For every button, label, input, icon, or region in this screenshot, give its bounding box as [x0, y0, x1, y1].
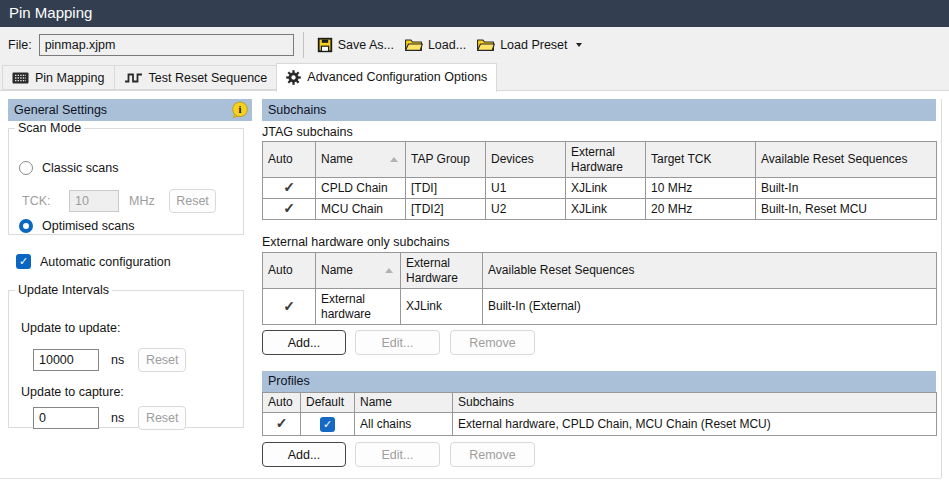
radio-icon — [19, 161, 33, 175]
column-header-name[interactable]: Name — [316, 253, 401, 289]
update-to-capture-reset-button[interactable]: Reset — [138, 406, 186, 430]
subchains-button-row: Add... Edit... Remove — [262, 330, 535, 355]
profiles-add-button[interactable]: Add... — [262, 442, 346, 467]
column-header-name[interactable]: Name — [355, 393, 453, 413]
classic-scans-label: Classic scans — [42, 161, 118, 175]
file-toolbar: File: Save As... Load... — [0, 27, 949, 62]
toolbar-separator — [303, 32, 304, 58]
check-icon — [283, 298, 295, 314]
tck-unit-label: MHz — [129, 194, 157, 208]
load-label: Load... — [428, 38, 466, 52]
panel-right-divider — [941, 99, 942, 478]
tab-pin-mapping[interactable]: Pin Mapping — [2, 65, 115, 90]
column-header-auto[interactable]: Auto — [263, 142, 316, 178]
scan-mode-group: Scan Mode Classic scans TCK: MHz Reset O… — [8, 121, 244, 235]
profiles-table: Auto Default Name Subchains All chains E… — [262, 392, 937, 436]
check-icon — [283, 200, 295, 216]
panel-bottom-divider — [0, 478, 941, 479]
update-to-update-row: ns Reset — [33, 348, 186, 372]
waveform-icon — [124, 72, 143, 84]
column-header-auto[interactable]: Auto — [263, 393, 301, 413]
load-preset-label: Load Preset — [500, 38, 567, 52]
tck-reset-button[interactable]: Reset — [169, 189, 216, 213]
folder-icon — [476, 38, 495, 52]
automatic-configuration-checkbox[interactable]: Automatic configuration — [16, 254, 171, 269]
column-header-default[interactable]: Default — [301, 393, 355, 413]
radio-selected-icon — [19, 219, 33, 233]
update-to-update-input[interactable] — [33, 349, 99, 371]
title-bar: Pin Mapping — [0, 0, 949, 27]
checkbox-checked-icon — [16, 254, 31, 269]
update-to-capture-input[interactable] — [33, 407, 99, 429]
tab-bar: Pin Mapping Test Reset Sequence — [0, 62, 949, 90]
column-header-auto[interactable]: Auto — [263, 253, 316, 289]
profiles-button-row: Add... Edit... Remove — [262, 442, 535, 467]
dropdown-caret-icon — [576, 43, 582, 47]
folder-icon — [404, 38, 423, 52]
load-button[interactable]: Load... — [399, 35, 471, 55]
update-to-capture-unit: ns — [111, 411, 124, 425]
update-to-update-unit: ns — [111, 353, 124, 367]
save-as-label: Save As... — [338, 38, 394, 52]
file-label: File: — [8, 38, 32, 52]
tab-advanced-configuration-options[interactable]: Advanced Configuration Options — [276, 63, 497, 92]
subchains-edit-button[interactable]: Edit... — [355, 330, 440, 355]
tab-label: Test Reset Sequence — [149, 71, 268, 85]
floppy-disk-icon — [317, 37, 333, 53]
update-intervals-legend: Update Intervals — [15, 283, 112, 297]
advanced-configuration-panel: General Settings i Scan Mode Classic sca… — [0, 90, 949, 482]
update-to-update-reset-button[interactable]: Reset — [138, 348, 186, 372]
update-to-capture-row: ns Reset — [33, 406, 186, 430]
jtag-subchains-table: Auto Name TAP Group Devices External Har… — [262, 141, 937, 220]
tck-label: TCK: — [22, 194, 69, 208]
table-row[interactable]: MCU Chain [TDI2] U2 XJLink 20 MHz Built-… — [263, 199, 937, 220]
column-header-tap-group[interactable]: TAP Group — [406, 142, 486, 178]
column-header-devices[interactable]: Devices — [486, 142, 566, 178]
file-input[interactable] — [39, 34, 294, 56]
gear-icon — [286, 70, 301, 85]
column-header-external-hardware[interactable]: External Hardware — [566, 142, 646, 178]
tab-label: Advanced Configuration Options — [307, 70, 487, 84]
update-intervals-group: Update Intervals Update to update: ns Re… — [8, 283, 244, 428]
tck-row: TCK: MHz Reset — [22, 189, 216, 213]
table-row[interactable]: CPLD Chain [TDI] U1 XJLink 10 MHz Built-… — [263, 178, 937, 199]
profiles-remove-button[interactable]: Remove — [450, 442, 535, 467]
table-header-row: Auto Name External Hardware Available Re… — [263, 253, 937, 289]
pin-grid-icon — [12, 72, 29, 84]
jtag-subchains-title: JTAG subchains — [262, 125, 353, 139]
window-title: Pin Mapping — [9, 4, 92, 21]
subchains-add-button[interactable]: Add... — [262, 330, 346, 355]
pin-mapping-window: Pin Mapping File: Save As... — [0, 0, 949, 482]
update-to-update-label: Update to update: — [21, 321, 120, 335]
column-header-subchains[interactable]: Subchains — [453, 393, 937, 413]
subchains-header: Subchains — [262, 99, 936, 121]
radio-optimised-scans[interactable]: Optimised scans — [19, 219, 134, 233]
subchains-remove-button[interactable]: Remove — [450, 330, 535, 355]
load-preset-button[interactable]: Load Preset — [471, 35, 586, 55]
column-header-external-hardware[interactable]: External Hardware — [401, 253, 483, 289]
check-icon — [283, 179, 295, 195]
column-header-reset-sequences[interactable]: Available Reset Sequences — [483, 253, 937, 289]
column-header-reset-sequences[interactable]: Available Reset Sequences — [756, 142, 937, 178]
svg-text:i: i — [239, 104, 242, 115]
profiles-edit-button[interactable]: Edit... — [355, 442, 440, 467]
table-row[interactable]: External hardware XJLink Built-In (Exter… — [263, 289, 937, 325]
check-icon — [276, 415, 288, 431]
info-icon[interactable]: i — [231, 101, 249, 119]
scan-mode-legend: Scan Mode — [15, 121, 84, 135]
tab-label: Pin Mapping — [35, 71, 105, 85]
radio-classic-scans[interactable]: Classic scans — [19, 161, 118, 175]
default-checkbox[interactable] — [320, 417, 335, 432]
optimised-scans-label: Optimised scans — [42, 219, 134, 233]
save-as-button[interactable]: Save As... — [312, 34, 399, 56]
table-row[interactable]: All chains External hardware, CPLD Chain… — [263, 413, 937, 436]
tab-test-reset-sequence[interactable]: Test Reset Sequence — [114, 65, 278, 90]
automatic-configuration-label: Automatic configuration — [40, 255, 171, 269]
column-header-target-tck[interactable]: Target TCK — [646, 142, 756, 178]
sort-ascending-icon — [390, 157, 398, 162]
column-header-name[interactable]: Name — [316, 142, 406, 178]
tck-input[interactable] — [69, 190, 119, 212]
external-subchains-table: Auto Name External Hardware Available Re… — [262, 252, 937, 325]
profiles-header: Profiles — [262, 371, 936, 392]
general-settings-header: General Settings i — [8, 99, 252, 121]
